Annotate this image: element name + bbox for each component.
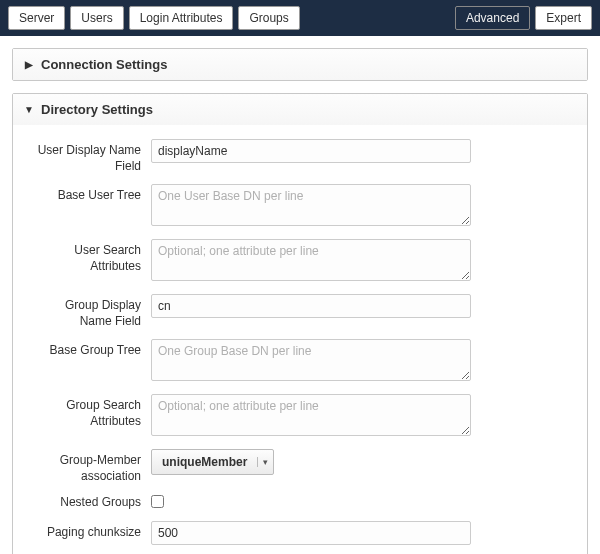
label-group-search-attributes: Group Search Attributes [31, 394, 151, 429]
group-member-association-select[interactable]: uniqueMember ▾ [151, 449, 274, 475]
base-group-tree-textarea[interactable] [151, 339, 471, 381]
select-value: uniqueMember [152, 455, 257, 469]
group-display-name-input[interactable] [151, 294, 471, 318]
label-base-group-tree: Base Group Tree [31, 339, 151, 359]
label-user-search-attributes: User Search Attributes [31, 239, 151, 274]
label-user-display-name: User Display Name Field [31, 139, 151, 174]
label-paging-chunksize: Paging chunksize [31, 525, 151, 541]
panel-connection-settings: ▶ Connection Settings [12, 48, 588, 81]
label-nested-groups: Nested Groups [31, 495, 151, 511]
tab-login-attributes[interactable]: Login Attributes [129, 6, 234, 30]
base-user-tree-textarea[interactable] [151, 184, 471, 226]
chevron-down-icon: ▾ [257, 457, 273, 467]
tab-advanced[interactable]: Advanced [455, 6, 530, 30]
panel-directory-settings: ▼ Directory Settings User Display Name F… [12, 93, 588, 554]
tab-server[interactable]: Server [8, 6, 65, 30]
panel-header-directory[interactable]: ▼ Directory Settings [13, 94, 587, 125]
user-search-attributes-textarea[interactable] [151, 239, 471, 281]
label-group-display-name: Group Display Name Field [31, 294, 151, 329]
top-tabbar: Server Users Login Attributes Groups Adv… [0, 0, 600, 36]
panel-title: Directory Settings [41, 102, 153, 117]
label-group-member-association: Group-Member association [31, 449, 151, 484]
panel-header-connection[interactable]: ▶ Connection Settings [13, 49, 587, 80]
tab-expert[interactable]: Expert [535, 6, 592, 30]
tab-users[interactable]: Users [70, 6, 123, 30]
tab-groups[interactable]: Groups [238, 6, 299, 30]
paging-chunksize-input[interactable] [151, 521, 471, 545]
nested-groups-checkbox[interactable] [151, 495, 164, 508]
chevron-right-icon: ▶ [23, 59, 35, 70]
group-search-attributes-textarea[interactable] [151, 394, 471, 436]
label-base-user-tree: Base User Tree [31, 184, 151, 204]
user-display-name-input[interactable] [151, 139, 471, 163]
panel-title: Connection Settings [41, 57, 167, 72]
chevron-down-icon: ▼ [23, 104, 35, 115]
